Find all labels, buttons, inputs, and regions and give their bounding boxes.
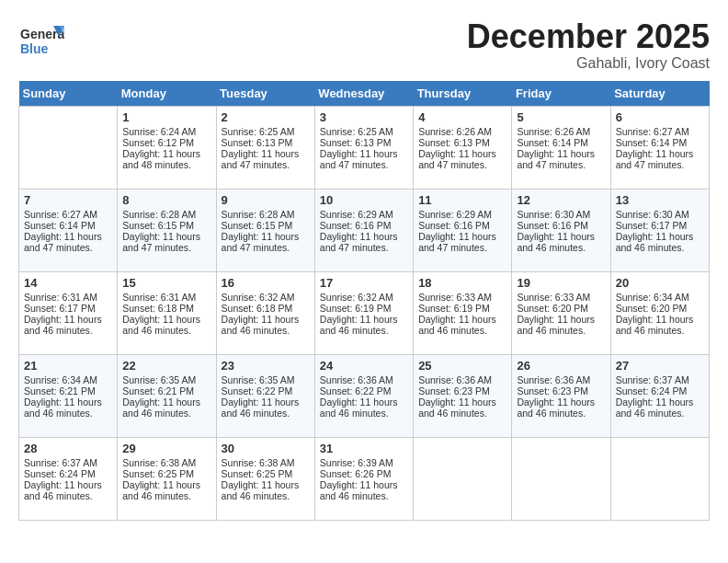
daylight-label: Daylight: 11 hours and 47 minutes. xyxy=(616,148,694,170)
day-of-week-header: Tuesday xyxy=(216,81,314,107)
sunset-text: Sunset: 6:24 PM xyxy=(24,468,96,479)
sunrise-text: Sunrise: 6:28 AM xyxy=(222,209,295,220)
day-number: 28 xyxy=(24,442,112,455)
day-number: 23 xyxy=(222,359,310,373)
sunrise-text: Sunrise: 6:37 AM xyxy=(24,457,97,468)
day-of-week-header: Sunday xyxy=(19,81,118,107)
daylight-label: Daylight: 11 hours and 46 minutes. xyxy=(24,479,102,501)
svg-text:Blue: Blue xyxy=(20,41,49,56)
sunrise-text: Sunrise: 6:25 AM xyxy=(222,126,295,137)
day-number: 13 xyxy=(616,193,704,207)
calendar-cell: 5 Sunrise: 6:26 AM Sunset: 6:14 PM Dayli… xyxy=(512,106,610,189)
sunset-text: Sunset: 6:19 PM xyxy=(418,303,490,314)
calendar-cell: 29 Sunrise: 6:38 AM Sunset: 6:25 PM Dayl… xyxy=(118,437,216,520)
sunset-text: Sunset: 6:16 PM xyxy=(517,220,588,231)
sunset-text: Sunset: 6:13 PM xyxy=(418,137,490,148)
calendar-cell: 26 Sunrise: 6:36 AM Sunset: 6:23 PM Dayl… xyxy=(512,354,610,437)
calendar-cell: 28 Sunrise: 6:37 AM Sunset: 6:24 PM Dayl… xyxy=(19,437,118,520)
sunrise-text: Sunrise: 6:24 AM xyxy=(122,126,196,137)
day-number: 27 xyxy=(616,359,704,373)
daylight-label: Daylight: 11 hours and 46 minutes. xyxy=(24,314,102,336)
daylight-label: Daylight: 11 hours and 46 minutes. xyxy=(616,231,694,253)
day-number: 9 xyxy=(222,193,310,207)
daylight-label: Daylight: 11 hours and 46 minutes. xyxy=(616,396,694,419)
day-number: 5 xyxy=(517,110,605,124)
calendar-cell: 11 Sunrise: 6:29 AM Sunset: 6:16 PM Dayl… xyxy=(414,189,512,271)
calendar-header-row: SundayMondayTuesdayWednesdayThursdayFrid… xyxy=(19,81,710,107)
sunset-text: Sunset: 6:14 PM xyxy=(517,137,588,148)
day-of-week-header: Friday xyxy=(512,81,610,107)
sunset-text: Sunset: 6:18 PM xyxy=(222,303,293,314)
sunrise-text: Sunrise: 6:27 AM xyxy=(616,126,689,137)
calendar-cell: 30 Sunrise: 6:38 AM Sunset: 6:25 PM Dayl… xyxy=(216,437,314,520)
daylight-label: Daylight: 11 hours and 47 minutes. xyxy=(320,231,398,253)
sunrise-text: Sunrise: 6:26 AM xyxy=(517,126,590,137)
daylight-label: Daylight: 11 hours and 47 minutes. xyxy=(418,231,496,253)
sunrise-text: Sunrise: 6:35 AM xyxy=(122,374,196,385)
daylight-label: Daylight: 11 hours and 46 minutes. xyxy=(616,314,694,336)
calendar-cell: 27 Sunrise: 6:37 AM Sunset: 6:24 PM Dayl… xyxy=(610,354,709,437)
calendar-cell: 13 Sunrise: 6:30 AM Sunset: 6:17 PM Dayl… xyxy=(610,189,709,271)
sunset-text: Sunset: 6:23 PM xyxy=(418,385,490,396)
daylight-label: Daylight: 11 hours and 46 minutes. xyxy=(418,314,496,336)
logo: General Blue xyxy=(18,18,64,68)
sunset-text: Sunset: 6:15 PM xyxy=(122,220,194,231)
sunset-text: Sunset: 6:13 PM xyxy=(320,137,392,148)
sunset-text: Sunset: 6:22 PM xyxy=(320,385,392,396)
calendar-table: SundayMondayTuesdayWednesdayThursdayFrid… xyxy=(18,81,710,521)
calendar-cell xyxy=(19,106,118,189)
day-number: 25 xyxy=(418,359,506,373)
daylight-label: Daylight: 11 hours and 47 minutes. xyxy=(320,148,398,170)
sunrise-text: Sunrise: 6:26 AM xyxy=(418,126,492,137)
sunset-text: Sunset: 6:13 PM xyxy=(222,137,293,148)
day-number: 21 xyxy=(24,359,112,373)
day-number: 26 xyxy=(517,359,605,373)
sunset-text: Sunset: 6:22 PM xyxy=(222,385,293,396)
sunset-text: Sunset: 6:16 PM xyxy=(320,220,392,231)
day-number: 3 xyxy=(320,110,408,124)
sunset-text: Sunset: 6:20 PM xyxy=(517,303,588,314)
calendar-cell: 9 Sunrise: 6:28 AM Sunset: 6:15 PM Dayli… xyxy=(216,189,314,271)
day-number: 19 xyxy=(517,276,605,290)
day-number: 7 xyxy=(24,193,112,207)
calendar-cell: 22 Sunrise: 6:35 AM Sunset: 6:21 PM Dayl… xyxy=(118,354,216,437)
daylight-label: Daylight: 11 hours and 47 minutes. xyxy=(222,231,300,253)
calendar-cell: 8 Sunrise: 6:28 AM Sunset: 6:15 PM Dayli… xyxy=(118,189,216,271)
month-year-title: December 2025 xyxy=(467,18,710,55)
calendar-week-row: 1 Sunrise: 6:24 AM Sunset: 6:12 PM Dayli… xyxy=(19,106,710,189)
day-number: 12 xyxy=(517,193,605,207)
daylight-label: Daylight: 11 hours and 46 minutes. xyxy=(222,314,300,336)
sunset-text: Sunset: 6:16 PM xyxy=(418,220,490,231)
sunrise-text: Sunrise: 6:36 AM xyxy=(517,374,590,385)
sunrise-text: Sunrise: 6:30 AM xyxy=(517,209,590,220)
calendar-cell xyxy=(610,437,709,520)
daylight-label: Daylight: 11 hours and 46 minutes. xyxy=(320,314,398,336)
day-number: 31 xyxy=(320,442,408,455)
daylight-label: Daylight: 11 hours and 46 minutes. xyxy=(418,396,496,419)
calendar-cell: 6 Sunrise: 6:27 AM Sunset: 6:14 PM Dayli… xyxy=(610,106,709,189)
daylight-label: Daylight: 11 hours and 47 minutes. xyxy=(222,148,300,170)
title-block: December 2025 Gahabli, Ivory Coast xyxy=(467,18,710,72)
calendar-week-row: 28 Sunrise: 6:37 AM Sunset: 6:24 PM Dayl… xyxy=(19,437,710,520)
sunset-text: Sunset: 6:14 PM xyxy=(24,220,96,231)
calendar-cell: 10 Sunrise: 6:29 AM Sunset: 6:16 PM Dayl… xyxy=(314,189,413,271)
calendar-cell: 31 Sunrise: 6:39 AM Sunset: 6:26 PM Dayl… xyxy=(314,437,413,520)
calendar-cell: 7 Sunrise: 6:27 AM Sunset: 6:14 PM Dayli… xyxy=(19,189,118,271)
daylight-label: Daylight: 11 hours and 47 minutes. xyxy=(418,148,496,170)
sunrise-text: Sunrise: 6:34 AM xyxy=(24,374,97,385)
daylight-label: Daylight: 11 hours and 46 minutes. xyxy=(222,396,300,419)
day-number: 15 xyxy=(122,276,210,290)
calendar-cell: 12 Sunrise: 6:30 AM Sunset: 6:16 PM Dayl… xyxy=(512,189,610,271)
day-of-week-header: Monday xyxy=(118,81,216,107)
sunrise-text: Sunrise: 6:38 AM xyxy=(222,457,295,468)
sunrise-text: Sunrise: 6:33 AM xyxy=(418,292,492,303)
calendar-cell: 23 Sunrise: 6:35 AM Sunset: 6:22 PM Dayl… xyxy=(216,354,314,437)
sunrise-text: Sunrise: 6:38 AM xyxy=(122,457,196,468)
daylight-label: Daylight: 11 hours and 47 minutes. xyxy=(517,148,595,170)
calendar-cell: 4 Sunrise: 6:26 AM Sunset: 6:13 PM Dayli… xyxy=(414,106,512,189)
calendar-cell: 21 Sunrise: 6:34 AM Sunset: 6:21 PM Dayl… xyxy=(19,354,118,437)
sunset-text: Sunset: 6:24 PM xyxy=(616,385,688,396)
daylight-label: Daylight: 11 hours and 46 minutes. xyxy=(122,479,200,501)
sunrise-text: Sunrise: 6:29 AM xyxy=(320,209,393,220)
sunrise-text: Sunrise: 6:32 AM xyxy=(222,292,295,303)
